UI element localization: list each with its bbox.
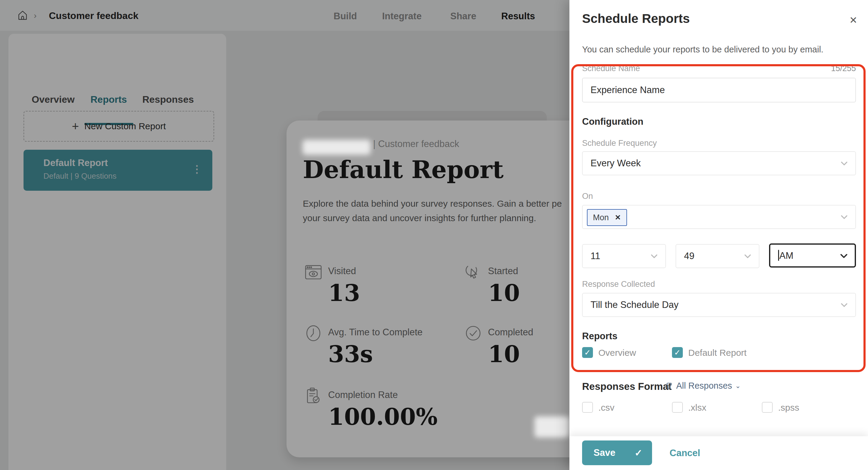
spss-checkbox[interactable] [762,402,773,413]
chip-remove-icon[interactable]: ✕ [615,213,621,222]
panel-footer: Save ✓ Cancel [569,436,868,470]
panel-description: You can schedule your reports to be deli… [582,44,824,55]
on-days-multiselect[interactable]: Mon ✕ [582,205,856,229]
cancel-button[interactable]: Cancel [670,448,700,459]
overview-checkbox[interactable]: ✓ [582,347,593,358]
redaction-blur [303,140,371,155]
schedule-frequency-select[interactable]: Every Week [582,151,856,175]
chevron-down-icon: ⌄ [735,382,740,390]
meridiem-value: AM [778,250,794,261]
on-label: On [582,192,593,201]
hour-value: 11 [591,251,600,262]
csv-checkbox-label: .csv [598,403,614,413]
responses-filter[interactable]: All Responses ⌄ [665,381,741,391]
response-collected-value: Till the Schedule Day [591,300,679,310]
minute-value: 49 [684,251,694,262]
chevron-down-icon [743,251,752,261]
char-counter: 15/255 [831,64,856,73]
meridiem-select[interactable]: AM [769,243,856,268]
chevron-down-icon [839,251,848,260]
schedule-name-label: Schedule Name [582,64,640,73]
text-cursor [778,250,779,261]
minute-select[interactable]: 49 [676,244,760,268]
schedule-reports-panel: Schedule Reports ✕ You can schedule your… [569,0,868,470]
responses-format-heading: Responses Format [582,381,672,392]
default-report-checkbox[interactable]: ✓ [672,347,683,358]
configuration-heading: Configuration [582,116,643,127]
funnel-icon [665,382,673,390]
schedule-frequency-label: Schedule Frequency [582,139,657,148]
default-report-checkbox-label: Default Report [688,348,746,358]
responses-filter-label: All Responses [676,381,732,391]
csv-checkbox[interactable] [582,402,593,413]
chevron-down-icon [840,212,849,222]
day-chip-label: Mon [593,213,609,222]
save-button[interactable]: Save ✓ [582,440,652,465]
overview-checkbox-label: Overview [598,348,636,358]
screen: › Customer feedback Build Integrate Shar… [0,0,868,470]
schedule-name-input[interactable] [582,78,856,102]
schedule-frequency-value: Every Week [591,158,641,169]
redaction-blur [534,416,569,437]
check-icon: ✓ [634,447,642,459]
panel-title: Schedule Reports [582,11,690,26]
day-chip-mon[interactable]: Mon ✕ [587,209,627,226]
reports-heading: Reports [582,331,617,342]
close-icon[interactable]: ✕ [849,14,858,26]
xlsx-checkbox[interactable] [672,402,683,413]
hour-select[interactable]: 11 [582,244,666,268]
save-button-label: Save [593,447,615,458]
response-collected-label: Response Collected [582,279,655,289]
chevron-down-icon [840,300,849,309]
modal-scrim [0,0,569,470]
response-collected-select[interactable]: Till the Schedule Day [582,293,856,317]
chevron-down-icon [840,159,849,168]
chevron-down-icon [650,251,659,261]
xlsx-checkbox-label: .xlsx [688,403,706,413]
spss-checkbox-label: .spss [778,403,799,413]
